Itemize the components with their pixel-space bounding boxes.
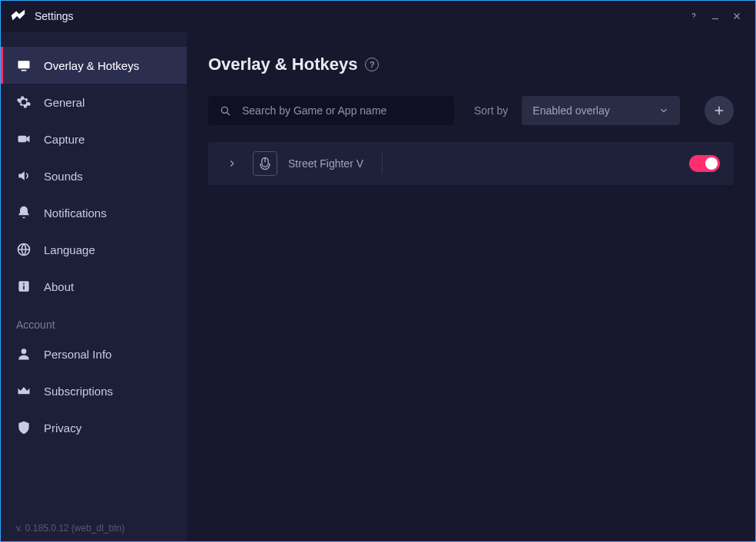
sortby-label: Sort by xyxy=(474,104,508,117)
overlay-toggle[interactable] xyxy=(689,155,720,172)
app-icon xyxy=(253,151,277,176)
sidebar-item-notifications[interactable]: Notifications xyxy=(1,194,187,231)
bell-icon xyxy=(16,205,32,220)
sortby-select[interactable]: Enabled overlay xyxy=(522,96,680,125)
sidebar-item-label: Privacy xyxy=(44,421,81,435)
shield-icon xyxy=(16,420,32,435)
main-content: Overlay & Hotkeys ? Sort by Enabled over… xyxy=(187,31,755,541)
sidebar-item-about[interactable]: About xyxy=(1,268,187,305)
app-name: Street Fighter V xyxy=(288,157,363,170)
sidebar-nav: Overlay & Hotkeys General Capture xyxy=(1,31,187,446)
app-row[interactable]: Street Fighter V xyxy=(208,142,734,185)
titlebar: Settings xyxy=(1,1,755,31)
sidebar-item-label: General xyxy=(44,96,85,109)
info-icon xyxy=(16,279,32,294)
version-label: v. 0.185.0.12 (web_dl_btn) xyxy=(16,523,179,534)
add-app-button[interactable] xyxy=(705,96,734,125)
search-input[interactable] xyxy=(242,104,443,117)
page-help-icon[interactable]: ? xyxy=(365,58,379,71)
search-box[interactable] xyxy=(208,96,454,125)
close-button[interactable] xyxy=(726,5,748,27)
svg-rect-9 xyxy=(23,283,25,285)
svg-rect-5 xyxy=(22,70,27,71)
gear-icon xyxy=(16,94,32,110)
sidebar-item-subscriptions[interactable]: Subscriptions xyxy=(1,372,187,409)
sidebar-item-label: Capture xyxy=(44,133,85,146)
settings-window: Settings Overlay & Hotkeys xyxy=(0,0,756,542)
svg-point-0 xyxy=(694,18,695,19)
camera-icon xyxy=(16,131,32,147)
sidebar-item-general[interactable]: General xyxy=(1,84,187,121)
toggle-knob xyxy=(705,157,718,170)
sidebar: Overlay & Hotkeys General Capture xyxy=(1,31,187,541)
sidebar-item-label: Overlay & Hotkeys xyxy=(44,59,139,72)
overlay-icon xyxy=(16,58,32,73)
sidebar-item-label: About xyxy=(44,280,74,293)
crown-icon xyxy=(16,383,32,398)
sidebar-item-privacy[interactable]: Privacy xyxy=(1,409,187,446)
sidebar-item-label: Subscriptions xyxy=(44,385,113,398)
help-button[interactable] xyxy=(683,5,705,27)
chevron-right-icon[interactable] xyxy=(222,158,242,169)
search-icon xyxy=(219,104,231,117)
sidebar-item-label: Language xyxy=(44,243,95,256)
sidebar-item-language[interactable]: Language xyxy=(1,231,187,268)
svg-point-12 xyxy=(221,107,227,113)
svg-point-11 xyxy=(22,349,27,354)
svg-rect-10 xyxy=(23,286,25,289)
sidebar-item-label: Sounds xyxy=(44,170,83,183)
page-title-row: Overlay & Hotkeys ? xyxy=(208,55,734,74)
sidebar-item-label: Notifications xyxy=(44,207,107,220)
sidebar-item-overlay-hotkeys[interactable]: Overlay & Hotkeys xyxy=(1,47,187,84)
toolbar: Sort by Enabled overlay xyxy=(208,96,734,125)
person-icon xyxy=(16,346,32,362)
sidebar-item-label: Personal Info xyxy=(44,348,111,361)
sidebar-section-account: Account xyxy=(1,305,187,335)
sidebar-item-capture[interactable]: Capture xyxy=(1,121,187,157)
svg-rect-6 xyxy=(18,136,27,142)
chevron-down-icon xyxy=(658,105,669,116)
row-divider xyxy=(382,153,383,174)
app-logo-icon xyxy=(8,7,27,25)
svg-rect-4 xyxy=(18,61,30,68)
window-title: Settings xyxy=(35,10,74,22)
sortby-value: Enabled overlay xyxy=(532,104,609,117)
speaker-icon xyxy=(16,168,32,183)
sidebar-item-sounds[interactable]: Sounds xyxy=(1,157,187,194)
minimize-button[interactable] xyxy=(705,5,726,27)
sidebar-item-personal-info[interactable]: Personal Info xyxy=(1,335,187,372)
globe-icon xyxy=(16,242,32,257)
svg-line-13 xyxy=(227,113,230,115)
page-title: Overlay & Hotkeys xyxy=(208,55,357,74)
